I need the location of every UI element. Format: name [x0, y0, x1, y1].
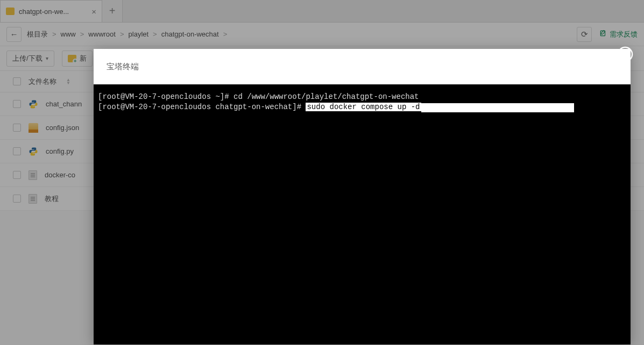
terminal-prompt: [root@VM-20-7-opencloudos ~]# [98, 92, 229, 101]
terminal-command: cd /www/wwwroot/playlet/chatgpt-on-wecha… [233, 92, 419, 101]
terminal-command-selected[interactable]: sudo docker compose up -d [306, 103, 421, 111]
terminal-line: [root@VM-20-7-opencloudos ~]# cd /www/ww… [98, 92, 626, 102]
terminal-body[interactable]: [root@VM-20-7-opencloudos ~]# cd /www/ww… [94, 84, 631, 344]
terminal-modal: 宝塔终端 [root@VM-20-7-opencloudos ~]# cd /w… [94, 49, 631, 344]
selection-extend [421, 103, 574, 112]
terminal-line: [root@VM-20-7-opencloudos chatgpt-on-wec… [98, 102, 626, 112]
modal-close-button[interactable] [617, 46, 634, 63]
modal-title: 宝塔终端 [94, 49, 631, 84]
terminal-prompt: [root@VM-20-7-opencloudos chatgpt-on-wec… [98, 103, 301, 111]
